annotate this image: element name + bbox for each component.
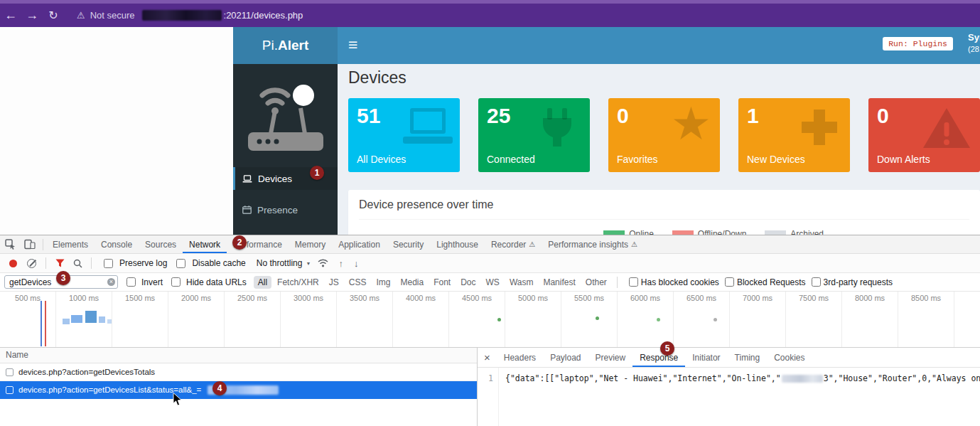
timeline-marks (0, 292, 980, 347)
export-har-button[interactable]: ↓ (354, 258, 359, 269)
card-down-alerts[interactable]: 0 Down Alerts (868, 98, 980, 172)
laptop-icon (402, 107, 454, 148)
card-connected[interactable]: 25 Connected (478, 98, 590, 172)
devtools-tab[interactable]: Sources (139, 235, 183, 253)
resource-type-pill[interactable]: Fetch/XHR (273, 276, 323, 289)
inspect-element-button[interactable] (0, 235, 20, 253)
sidebar-item-presence[interactable]: Presence (233, 198, 338, 221)
extra-filter-label[interactable]: Blocked Requests (737, 277, 806, 287)
resource-type-pill[interactable]: Doc (456, 276, 480, 289)
divider (43, 239, 43, 250)
card-label: Down Alerts (877, 154, 930, 165)
resource-type-pill[interactable]: Manifest (539, 276, 579, 289)
timeline-mark (107, 319, 112, 324)
extra-filter-label[interactable]: Has blocked cookies (641, 277, 719, 287)
resource-type-pill[interactable]: All (254, 276, 271, 289)
throttling-value: No throttling (257, 258, 303, 268)
back-button[interactable]: ← (0, 8, 21, 23)
run-plugins-button[interactable]: Run: Plugins (883, 37, 953, 50)
app-logo[interactable]: Pi.Alert (233, 27, 338, 64)
sidebar-item-label: Presence (257, 205, 298, 215)
card-new-devices[interactable]: 1 New Devices (738, 98, 850, 172)
network-requests-area: Name devices.php?action=getDevicesTotals… (0, 348, 980, 426)
sidebar-toggle-button[interactable]: ≡ (348, 36, 357, 55)
browser-toolbar: ← → ↻ ⚠ Not secure :20211/devices.php (0, 0, 980, 27)
extra-filter-checkbox[interactable] (812, 277, 821, 287)
detail-tab[interactable]: Initiator (685, 348, 727, 367)
site-info-chip[interactable]: ⚠ Not secure (77, 10, 135, 21)
mouse-cursor (173, 393, 183, 408)
legend-label: Online (629, 229, 654, 235)
extra-filter-checkbox[interactable] (629, 277, 638, 287)
network-overview-timeline[interactable]: 500 ms 1000 ms 1500 ms 2000 ms (0, 292, 980, 348)
record-button[interactable] (9, 260, 17, 267)
devtools-tab[interactable]: Memory (289, 235, 332, 253)
resource-type-pill[interactable]: Font (429, 276, 455, 289)
detail-tab-label: Preview (596, 353, 626, 363)
filter-toggle-button[interactable] (53, 259, 67, 267)
resource-type-pill[interactable]: Wasm (505, 276, 538, 289)
resource-type-pill[interactable]: JS (325, 276, 343, 289)
extra-filter-checkbox[interactable] (725, 277, 734, 287)
extra-filter-label[interactable]: 3rd-party requests (824, 277, 893, 287)
resource-type-pill[interactable]: CSS (345, 276, 371, 289)
card-favorites[interactable]: 0 ★ Favorites (608, 98, 720, 172)
timeline-mark (71, 315, 82, 323)
clear-requests-button[interactable] (27, 259, 36, 268)
user-info-line2: (28, (968, 44, 980, 54)
detail-tab[interactable]: Timing (728, 348, 768, 367)
hide-data-urls-checkbox[interactable] (171, 277, 181, 287)
invert-checkbox[interactable] (126, 277, 136, 287)
throttling-select[interactable]: No throttling ▼ (257, 258, 311, 268)
disable-cache-checkbox[interactable] (176, 259, 185, 268)
close-details-button[interactable]: × (478, 348, 497, 367)
resource-type-pill[interactable]: Media (396, 276, 428, 289)
devtools-tab[interactable]: Performance insights ⚠ (542, 235, 644, 253)
detail-tab[interactable]: Response (632, 348, 685, 367)
card-label: All Devices (357, 154, 406, 165)
devtools-tab[interactable]: Elements (46, 235, 95, 253)
device-toolbar-button[interactable] (20, 235, 40, 253)
preserve-log-label[interactable]: Preserve log (119, 258, 167, 268)
devtools-tab[interactable]: Application (332, 235, 387, 253)
request-name: devices.php?action=getDevicesTotals (18, 368, 155, 376)
devtools-tab[interactable]: Recorder ⚠ (485, 235, 542, 253)
plus-icon (799, 107, 840, 148)
network-conditions-button[interactable] (314, 259, 331, 267)
devtools-tab-label: Console (101, 240, 132, 250)
plug-icon (536, 107, 578, 151)
url-path-text[interactable]: :20211/devices.php (224, 10, 303, 21)
devtools-tab[interactable]: Console (95, 235, 139, 253)
redacted-url-host (142, 10, 222, 21)
devtools-tab[interactable]: Lighthouse (430, 235, 485, 253)
preserve-log-checkbox[interactable] (104, 259, 113, 268)
devtools-tab[interactable]: Security (387, 235, 430, 253)
presence-legend: Online Offline/Down Archived (359, 220, 969, 235)
refresh-button[interactable]: ↻ (43, 9, 64, 22)
annotation-step-2: 2 (232, 235, 247, 250)
name-column-header[interactable]: Name (0, 348, 477, 363)
request-row[interactable]: devices.php?action=getDevicesTotals (0, 363, 477, 381)
detail-tab[interactable]: Cookies (767, 348, 812, 367)
request-list: Name devices.php?action=getDevicesTotals… (0, 348, 478, 426)
resource-type-pill[interactable]: WS (482, 276, 504, 289)
hide-data-urls-label[interactable]: Hide data URLs (186, 277, 247, 287)
resource-type-pill[interactable]: Img (372, 276, 394, 289)
forward-button[interactable]: → (21, 8, 43, 23)
card-all-devices[interactable]: 51 All Devices (348, 98, 460, 172)
resource-type-pill[interactable]: Other (581, 276, 611, 289)
devtools-tab-label: Memory (295, 240, 325, 250)
detail-tab[interactable]: Payload (543, 348, 588, 367)
detail-tab[interactable]: Preview (588, 348, 633, 367)
request-row-selected[interactable]: devices.php?action=getDevicesList&status… (0, 381, 477, 399)
detail-tab[interactable]: Headers (497, 348, 543, 367)
devtools-tab[interactable]: Network (183, 235, 227, 253)
response-text-suffix: 3","House","Router",0,"Always on" (824, 373, 980, 383)
filter-funnel-icon (55, 259, 65, 267)
disable-cache-label[interactable]: Disable cache (192, 258, 245, 268)
devtools-tabbar: Elements Console Sources Network (0, 235, 980, 254)
invert-label[interactable]: Invert (141, 277, 163, 287)
clear-filter-icon[interactable]: × (107, 278, 115, 286)
search-button[interactable] (70, 259, 85, 268)
import-har-button[interactable]: ↑ (338, 258, 343, 269)
